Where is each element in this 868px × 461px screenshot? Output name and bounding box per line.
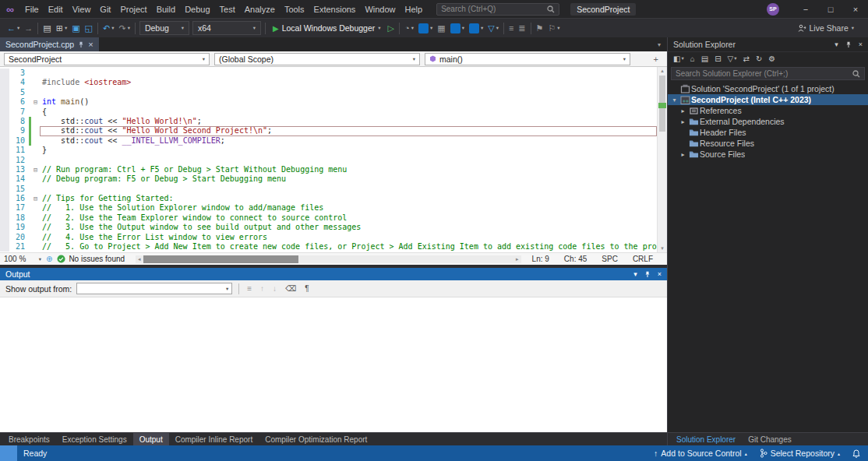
current-line[interactable]: 9 std::cout << "Hello World Second Proje…: [0, 126, 657, 135]
menu-view[interactable]: View: [68, 0, 96, 18]
code-line[interactable]: 17// 1. Use the Solution Explorer window…: [0, 203, 657, 213]
menu-edit[interactable]: Edit: [44, 0, 68, 18]
quick-search-box[interactable]: [436, 3, 559, 16]
configuration-dropdown[interactable]: Debug▾: [139, 21, 189, 35]
search-input[interactable]: [441, 5, 547, 13]
code-line[interactable]: 5: [0, 88, 657, 97]
tab-output[interactable]: Output: [133, 433, 169, 445]
collapse-all-icon[interactable]: ⊟: [715, 55, 721, 63]
add-to-source-control-button[interactable]: ↑ Add to Source Control ▴: [654, 449, 747, 458]
scroll-right-icon[interactable]: ▸: [513, 256, 521, 262]
panel-pin-icon[interactable]: [845, 41, 852, 48]
live-share-button[interactable]: Live Share ▾: [798, 23, 863, 33]
solution-platforms-icon[interactable]: ▦: [437, 24, 445, 33]
menu-test[interactable]: Test: [215, 0, 240, 18]
sync-active-document-icon[interactable]: ⇄: [743, 55, 750, 63]
tree-item-references[interactable]: ▸References: [668, 105, 868, 116]
tab-git-changes[interactable]: Git Changes: [742, 433, 798, 445]
tree-item-resource-files[interactable]: Resource Files: [668, 138, 868, 149]
menu-window[interactable]: Window: [360, 0, 400, 18]
expand-arrow-icon[interactable]: ▸: [679, 107, 687, 114]
breakpoint-margin[interactable]: [0, 165, 9, 174]
code-line[interactable]: 14// Debug program: F5 or Debug > Start …: [0, 174, 657, 184]
scroll-up-icon[interactable]: ▴: [658, 68, 667, 74]
menu-analyze[interactable]: Analyze: [240, 0, 280, 18]
output-content[interactable]: [0, 297, 667, 432]
redo-icon[interactable]: ↷: [118, 24, 125, 33]
breakpoint-margin[interactable]: [0, 213, 9, 223]
scroll-down-icon[interactable]: ▾: [658, 245, 667, 252]
start-without-debugging-icon[interactable]: ▷: [388, 24, 394, 33]
menu-help[interactable]: Help: [400, 0, 428, 18]
code-line[interactable]: 18// 2. Use the Team Explorer window to …: [0, 213, 657, 223]
tree-item-source-files[interactable]: ▸Source Files: [668, 149, 868, 160]
tab-secondproject-cpp[interactable]: SecondProject.cpp ×: [0, 37, 99, 51]
close-tab-icon[interactable]: ×: [88, 40, 93, 49]
expand-arrow-icon[interactable]: ▸: [679, 151, 687, 158]
error-list-icon[interactable]: ≡: [509, 24, 513, 33]
solution-explorer-header[interactable]: Solution Explorer ▾ ×: [668, 37, 868, 51]
panel-pin-icon[interactable]: [644, 271, 651, 278]
breakpoint-margin[interactable]: [0, 242, 9, 252]
tab-compiler-optimization-report[interactable]: Compiler Optimization Report: [259, 433, 373, 445]
previous-message-icon[interactable]: ↑: [259, 284, 266, 293]
code-line[interactable]: 6⊟int main(): [0, 97, 657, 107]
menu-project[interactable]: Project: [115, 0, 151, 18]
filter-icon[interactable]: ▽▾: [728, 55, 737, 63]
fold-marker-icon[interactable]: ⊟: [31, 165, 40, 174]
code-line[interactable]: 4#include <iostream>: [0, 78, 657, 87]
breakpoint-margin[interactable]: [0, 88, 9, 97]
profiler-icon[interactable]: ◔: [404, 24, 410, 33]
panel-close-icon[interactable]: ×: [859, 41, 863, 48]
properties-icon[interactable]: ⚙: [768, 55, 775, 63]
breakpoint-margin[interactable]: [0, 107, 9, 117]
scope-dropdown[interactable]: (Global Scope) ▾: [214, 53, 420, 65]
navigate-back-icon[interactable]: ←: [7, 24, 16, 33]
scroll-left-icon[interactable]: ◂: [136, 256, 143, 262]
code-line[interactable]: 21// 5. Go to Project > Add New Item to …: [0, 242, 657, 252]
code-line[interactable]: 19// 3. Use the Output window to see bui…: [0, 223, 657, 232]
tab-list-chevron-icon[interactable]: ▾: [651, 41, 667, 48]
code-line[interactable]: 11}: [0, 146, 657, 155]
tree-item-external-dependencies[interactable]: ▸External Dependencies: [668, 116, 868, 127]
panel-chevron-icon[interactable]: ▾: [834, 41, 838, 48]
analyze-icon[interactable]: ▽: [488, 24, 494, 33]
tab-breakpoints[interactable]: Breakpoints: [2, 433, 56, 445]
tab-exception-settings[interactable]: Exception Settings: [56, 433, 133, 445]
breakpoint-margin[interactable]: [0, 136, 9, 146]
breakpoint-margin[interactable]: [0, 223, 9, 232]
menu-file[interactable]: File: [20, 0, 44, 18]
notifications-bell-icon[interactable]: [852, 449, 860, 458]
output-source-dropdown[interactable]: ▾: [76, 283, 232, 294]
tree-item-solution-secondproject-1-of-1-project[interactable]: Solution 'SecondProject' (1 of 1 project…: [668, 83, 868, 94]
horizontal-scroll-track[interactable]: [143, 255, 513, 263]
pin-tab-icon[interactable]: [78, 41, 84, 48]
intel-run-icon[interactable]: [469, 23, 479, 33]
panel-close-icon[interactable]: ×: [658, 271, 662, 278]
task-list-icon[interactable]: ≣: [518, 24, 525, 33]
horizontal-scroll-thumb[interactable]: [143, 255, 299, 263]
fold-marker-icon[interactable]: ⊟: [31, 194, 40, 203]
menu-debug[interactable]: Debug: [180, 0, 214, 18]
breakpoint-margin[interactable]: [0, 117, 9, 126]
intel-advisor-icon[interactable]: [418, 23, 429, 33]
split-editor-button[interactable]: +: [649, 55, 663, 64]
code-line[interactable]: 13⊟// Run program: Ctrl + F5 or Debug > …: [0, 165, 657, 174]
document-health-indicator[interactable]: No issues found: [57, 255, 125, 263]
solution-search-input[interactable]: [676, 69, 852, 78]
undo-icon[interactable]: ↶: [103, 24, 110, 33]
next-message-icon[interactable]: ↓: [271, 284, 278, 293]
code-line[interactable]: 8 std::cout << "Hello World!\n";: [0, 117, 657, 126]
menu-extensions[interactable]: Extensions: [309, 0, 361, 18]
breakpoint-margin[interactable]: [0, 146, 9, 155]
account-avatar[interactable]: SP: [767, 3, 779, 16]
project-dropdown[interactable]: SecondProject ▾: [4, 53, 210, 65]
word-wrap-icon[interactable]: ¶: [303, 284, 310, 293]
breakpoint-margin[interactable]: [0, 69, 9, 78]
breakpoint-margin[interactable]: [0, 194, 9, 203]
platform-dropdown[interactable]: x64▾: [192, 21, 261, 35]
expand-arrow-icon[interactable]: ▸: [679, 118, 687, 125]
editor-vertical-scrollbar[interactable]: ▴ ▾: [657, 67, 667, 252]
bookmark-list-icon[interactable]: ⚐: [548, 24, 556, 33]
maximize-button[interactable]: □: [818, 0, 843, 18]
